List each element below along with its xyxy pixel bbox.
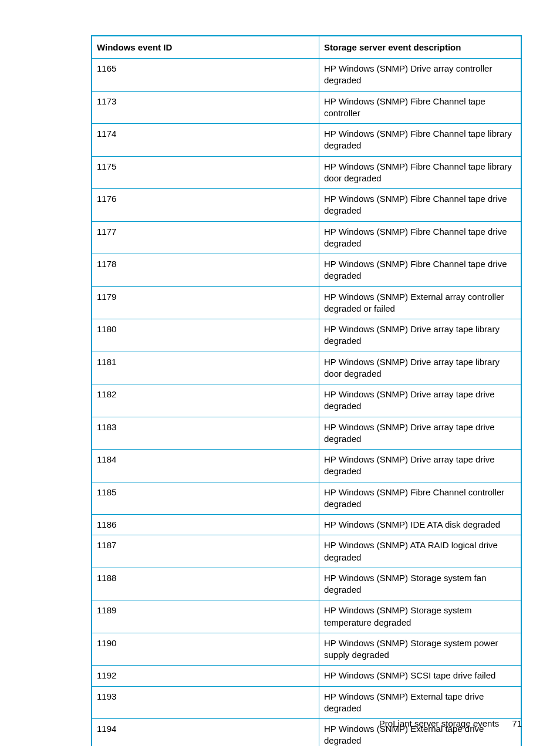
table-header-row: Windows event ID Storage server event de… bbox=[92, 36, 521, 59]
cell-event-id: 1186 bbox=[92, 515, 319, 535]
cell-event-id: 1188 bbox=[92, 568, 319, 600]
cell-event-desc: HP Windows (SNMP) Fibre Channel tape lib… bbox=[319, 124, 522, 157]
page-footer: ProLiant server storage events 71 bbox=[379, 718, 522, 728]
cell-event-desc: HP Windows (SNMP) Fibre Channel tape lib… bbox=[319, 156, 522, 189]
table-row: 1176HP Windows (SNMP) Fibre Channel tape… bbox=[92, 189, 521, 222]
table-row: 1175HP Windows (SNMP) Fibre Channel tape… bbox=[92, 156, 521, 189]
cell-event-id: 1184 bbox=[92, 450, 319, 482]
cell-event-desc: HP Windows (SNMP) Drive array tape drive… bbox=[319, 417, 522, 450]
cell-event-id: 1189 bbox=[92, 600, 319, 633]
cell-event-desc: HP Windows (SNMP) External tape drive de… bbox=[319, 686, 522, 719]
cell-event-desc: HP Windows (SNMP) Drive array tape drive… bbox=[319, 450, 522, 482]
table-row: 1177HP Windows (SNMP) Fibre Channel tape… bbox=[92, 221, 521, 254]
cell-event-id: 1176 bbox=[92, 189, 319, 222]
table-row: 1178HP Windows (SNMP) Fibre Channel tape… bbox=[92, 254, 521, 287]
cell-event-id: 1192 bbox=[92, 666, 319, 686]
header-event-id: Windows event ID bbox=[92, 36, 319, 59]
table-row: 1174HP Windows (SNMP) Fibre Channel tape… bbox=[92, 124, 521, 157]
table-row: 1173HP Windows (SNMP) Fibre Channel tape… bbox=[92, 91, 521, 124]
cell-event-desc: HP Windows (SNMP) Drive array tape libra… bbox=[319, 319, 522, 352]
cell-event-desc: HP Windows (SNMP) Fibre Channel tape con… bbox=[319, 91, 522, 124]
cell-event-id: 1175 bbox=[92, 156, 319, 189]
table-row: 1192HP Windows (SNMP) SCSI tape drive fa… bbox=[92, 666, 521, 686]
cell-event-id: 1194 bbox=[92, 719, 319, 747]
header-event-desc: Storage server event description bbox=[319, 36, 522, 59]
cell-event-desc: HP Windows (SNMP) SCSI tape drive failed bbox=[319, 666, 522, 686]
cell-event-desc: HP Windows (SNMP) Fibre Channel tape dri… bbox=[319, 189, 522, 222]
table-row: 1184HP Windows (SNMP) Drive array tape d… bbox=[92, 450, 521, 482]
cell-event-desc: HP Windows (SNMP) Fibre Channel controll… bbox=[319, 482, 522, 515]
cell-event-desc: HP Windows (SNMP) ATA RAID logical drive… bbox=[319, 535, 522, 568]
cell-event-id: 1174 bbox=[92, 124, 319, 157]
cell-event-desc: HP Windows (SNMP) External array control… bbox=[319, 286, 522, 319]
cell-event-id: 1190 bbox=[92, 633, 319, 666]
table-row: 1180HP Windows (SNMP) Drive array tape l… bbox=[92, 319, 521, 352]
table-row: 1181HP Windows (SNMP) Drive array tape l… bbox=[92, 352, 521, 384]
cell-event-id: 1173 bbox=[92, 91, 319, 124]
cell-event-id: 1181 bbox=[92, 352, 319, 384]
footer-section: ProLiant server storage events bbox=[379, 718, 499, 728]
cell-event-id: 1165 bbox=[92, 59, 319, 92]
table-row: 1165HP Windows (SNMP) Drive array contro… bbox=[92, 59, 521, 92]
cell-event-desc: HP Windows (SNMP) Fibre Channel tape dri… bbox=[319, 221, 522, 254]
cell-event-id: 1177 bbox=[92, 221, 319, 254]
table-row: 1190HP Windows (SNMP) Storage system pow… bbox=[92, 633, 521, 666]
cell-event-id: 1180 bbox=[92, 319, 319, 352]
footer-page-number: 71 bbox=[512, 718, 522, 728]
table-row: 1186HP Windows (SNMP) IDE ATA disk degra… bbox=[92, 515, 521, 535]
cell-event-id: 1185 bbox=[92, 482, 319, 515]
event-table: Windows event ID Storage server event de… bbox=[91, 35, 522, 746]
cell-event-id: 1182 bbox=[92, 384, 319, 417]
table-row: 1179HP Windows (SNMP) External array con… bbox=[92, 286, 521, 319]
cell-event-desc: HP Windows (SNMP) IDE ATA disk degraded bbox=[319, 515, 522, 535]
table-row: 1187HP Windows (SNMP) ATA RAID logical d… bbox=[92, 535, 521, 568]
table-row: 1188HP Windows (SNMP) Storage system fan… bbox=[92, 568, 521, 600]
cell-event-id: 1179 bbox=[92, 286, 319, 319]
cell-event-desc: HP Windows (SNMP) Drive array controller… bbox=[319, 59, 522, 92]
table-row: 1183HP Windows (SNMP) Drive array tape d… bbox=[92, 417, 521, 450]
cell-event-id: 1193 bbox=[92, 686, 319, 719]
cell-event-desc: HP Windows (SNMP) Storage system power s… bbox=[319, 633, 522, 666]
cell-event-desc: HP Windows (SNMP) Drive array tape drive… bbox=[319, 384, 522, 417]
cell-event-id: 1183 bbox=[92, 417, 319, 450]
cell-event-id: 1178 bbox=[92, 254, 319, 287]
cell-event-desc: HP Windows (SNMP) Storage system fan deg… bbox=[319, 568, 522, 600]
table-row: 1193HP Windows (SNMP) External tape driv… bbox=[92, 686, 521, 719]
table-row: 1185HP Windows (SNMP) Fibre Channel cont… bbox=[92, 482, 521, 515]
cell-event-desc: HP Windows (SNMP) Drive array tape libra… bbox=[319, 352, 522, 384]
cell-event-desc: HP Windows (SNMP) Fibre Channel tape dri… bbox=[319, 254, 522, 287]
table-row: 1182HP Windows (SNMP) Drive array tape d… bbox=[92, 384, 521, 417]
table-row: 1189HP Windows (SNMP) Storage system tem… bbox=[92, 600, 521, 633]
cell-event-desc: HP Windows (SNMP) Storage system tempera… bbox=[319, 600, 522, 633]
cell-event-id: 1187 bbox=[92, 535, 319, 568]
